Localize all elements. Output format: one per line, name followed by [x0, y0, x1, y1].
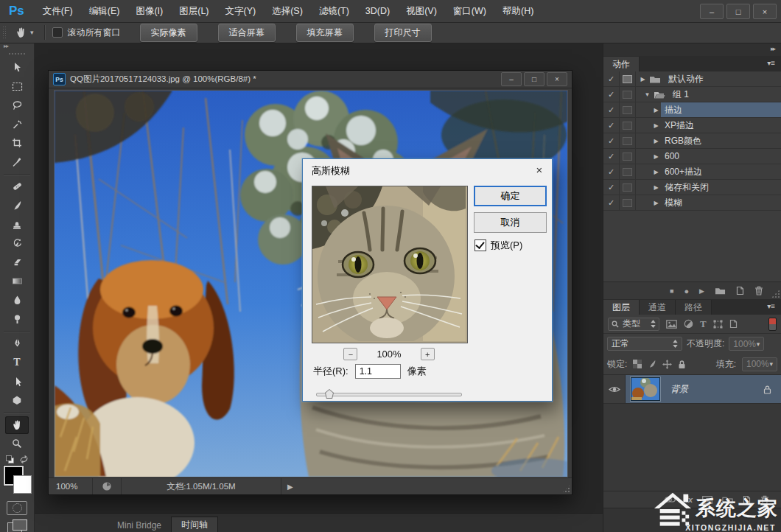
eraser-tool[interactable]: [5, 253, 29, 271]
lasso-tool[interactable]: [5, 97, 29, 114]
menu-file[interactable]: 文件(F): [35, 0, 81, 22]
modal-toggle[interactable]: [620, 118, 636, 133]
opacity-field[interactable]: 100% ▾: [729, 337, 764, 351]
menu-type[interactable]: 文字(Y): [217, 0, 265, 22]
clone-stamp-tool[interactable]: [5, 216, 29, 234]
pen-tool[interactable]: [5, 335, 29, 353]
fill-screen-button[interactable]: 填充屏幕: [296, 24, 354, 42]
action-label[interactable]: 模糊: [665, 197, 682, 209]
menu-help[interactable]: 帮助(H): [494, 0, 542, 22]
expand-icon[interactable]: ▶: [651, 138, 661, 144]
fill-field[interactable]: 100% ▾: [742, 357, 777, 371]
lock-transparency-icon[interactable]: [633, 360, 642, 368]
doc-close-button[interactable]: ×: [547, 72, 567, 86]
quick-mask-button[interactable]: [7, 501, 27, 515]
filter-text-icon[interactable]: T: [700, 318, 707, 330]
dodge-tool[interactable]: [5, 310, 29, 328]
tab-paths[interactable]: 路径: [676, 300, 712, 315]
check-icon[interactable]: ✓: [603, 102, 620, 117]
action-set-default[interactable]: ✓ ▶ 默认动作: [603, 71, 781, 87]
gradient-tool[interactable]: [5, 273, 29, 290]
blur-preview-image[interactable]: [312, 186, 468, 343]
action-xp-stroke[interactable]: ✓ ▶ XP描边: [603, 118, 781, 133]
modal-toggle[interactable]: [620, 133, 636, 148]
expand-icon[interactable]: ▶: [651, 107, 661, 113]
layer-row-background[interactable]: 背景: [603, 375, 781, 404]
shape-tool[interactable]: [5, 391, 29, 409]
hand-tool-preset[interactable]: ▾: [12, 27, 38, 38]
modal-toggle[interactable]: [620, 180, 636, 195]
path-selection-tool[interactable]: [5, 373, 29, 391]
lock-pixels-icon[interactable]: [648, 360, 656, 368]
modal-toggle[interactable]: [620, 164, 636, 179]
filtering-toggle[interactable]: [768, 318, 777, 331]
eyedropper-tool[interactable]: [5, 153, 29, 171]
action-rgb-color[interactable]: ✓ ▶ RGB颜色: [603, 133, 781, 149]
stop-icon[interactable]: ■: [670, 287, 673, 295]
menu-window[interactable]: 窗口(W): [445, 0, 494, 22]
layer-visibility-eye-icon[interactable]: [603, 375, 626, 403]
menu-edit[interactable]: 编辑(E): [81, 0, 128, 22]
action-label[interactable]: 储存和关闭: [665, 181, 709, 194]
menu-filter[interactable]: 滤镜(T): [311, 0, 357, 22]
ok-button[interactable]: 确定: [474, 186, 547, 206]
new-set-folder-icon[interactable]: [715, 287, 726, 295]
collapse-icon[interactable]: ▼: [642, 91, 652, 98]
record-icon[interactable]: ●: [684, 287, 689, 295]
action-set-label[interactable]: 默认动作: [668, 73, 704, 85]
move-tool[interactable]: [5, 59, 29, 77]
check-icon[interactable]: ✓: [603, 118, 620, 133]
menu-3d[interactable]: 3D(D): [357, 0, 398, 22]
crop-tool[interactable]: [5, 134, 29, 152]
action-save-close[interactable]: ✓ ▶ 储存和关闭: [603, 180, 781, 195]
action-blur[interactable]: ✓ ▶ 模糊: [603, 195, 781, 211]
check-icon[interactable]: ✓: [603, 87, 620, 102]
expand-icon[interactable]: ▶: [651, 200, 661, 206]
expand-icon[interactable]: ▶: [638, 76, 648, 83]
layer-name[interactable]: 背景: [670, 383, 688, 396]
filter-shape-icon[interactable]: [713, 320, 723, 329]
action-600-stroke[interactable]: ✓ ▶ 600+描边: [603, 164, 781, 180]
zoom-level-field[interactable]: 100%: [49, 478, 93, 494]
spot-healing-brush-tool[interactable]: [5, 178, 29, 196]
menu-select[interactable]: 选择(S): [264, 0, 311, 22]
delete-trash-icon[interactable]: [754, 286, 763, 295]
expand-icon[interactable]: ▶: [651, 184, 661, 191]
play-icon[interactable]: ▶: [699, 287, 704, 295]
expand-icon[interactable]: ▶: [651, 153, 661, 160]
actions-panel-menu-icon[interactable]: ▾≡: [767, 59, 775, 67]
toolbar-grip[interactable]: [8, 52, 26, 56]
print-size-button[interactable]: 打印尺寸: [374, 24, 432, 42]
check-icon[interactable]: ✓: [603, 164, 620, 179]
check-icon[interactable]: ✓: [603, 133, 620, 148]
action-label[interactable]: 600+描边: [665, 166, 702, 178]
action-label[interactable]: 600: [665, 151, 679, 161]
scroll-all-windows-checkbox[interactable]: [52, 27, 63, 38]
expand-icon[interactable]: ▶: [651, 122, 661, 129]
close-button[interactable]: ×: [753, 4, 777, 19]
zoom-tool[interactable]: [5, 435, 29, 453]
screen-mode-button[interactable]: [7, 519, 27, 532]
type-tool[interactable]: T: [5, 354, 29, 371]
blur-tool[interactable]: [5, 291, 29, 309]
rectangular-marquee-tool[interactable]: [5, 78, 29, 96]
action-set-label[interactable]: 组 1: [673, 88, 689, 101]
zoom-out-button[interactable]: −: [343, 348, 357, 360]
radius-slider[interactable]: [316, 389, 460, 399]
modal-toggle[interactable]: [620, 149, 636, 164]
preview-checkbox[interactable]: [474, 239, 486, 251]
action-label[interactable]: RGB颜色: [665, 135, 701, 147]
filter-image-icon[interactable]: [666, 320, 677, 329]
filter-smart-object-icon[interactable]: [729, 319, 738, 329]
zoom-in-button[interactable]: +: [421, 348, 435, 360]
action-set-group1[interactable]: ✓ ▼ 组 1: [603, 87, 781, 102]
blend-mode-select[interactable]: 正常: [607, 337, 682, 351]
minimize-button[interactable]: –: [700, 4, 724, 19]
action-label[interactable]: 描边: [665, 104, 682, 116]
magic-wand-tool[interactable]: [5, 116, 29, 133]
new-action-icon[interactable]: [736, 286, 744, 295]
doc-maximize-button[interactable]: □: [524, 72, 544, 86]
check-icon[interactable]: ✓: [603, 180, 620, 195]
layer-thumbnail[interactable]: [631, 377, 660, 401]
action-stroke[interactable]: ✓ ▶ 描边: [603, 102, 781, 118]
